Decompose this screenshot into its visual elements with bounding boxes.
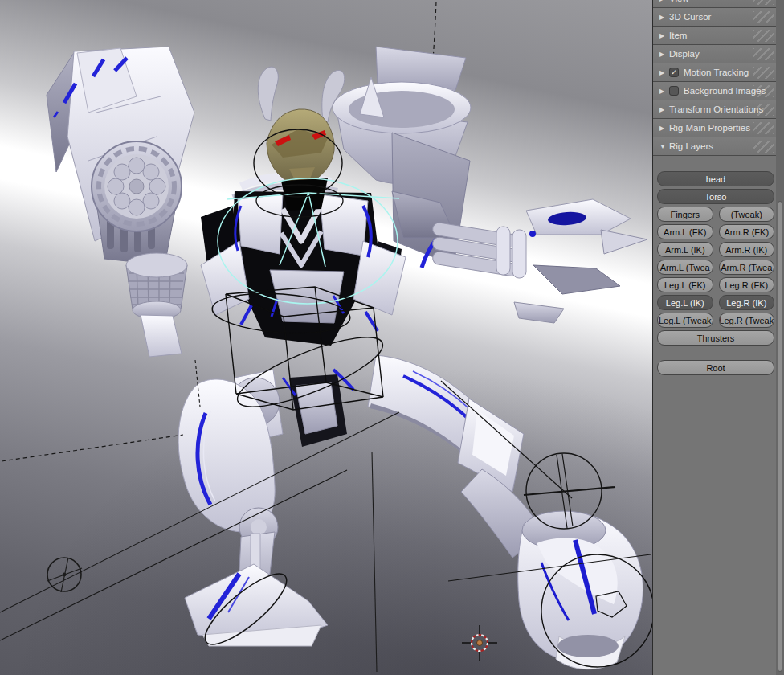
- panel-header-motion-tracking[interactable]: ▶ ✓ Motion Tracking: [653, 63, 777, 82]
- rig-layer-button-arm-r-tweak[interactable]: Arm.R (Twea: [719, 260, 775, 275]
- panel-header-background-images[interactable]: ▶ Background Images: [653, 82, 777, 100]
- disclosure-triangle-icon: ▶: [659, 88, 669, 95]
- panel-label: Item: [669, 31, 687, 40]
- panel-header-display[interactable]: ▶ Display: [653, 45, 777, 63]
- properties-sidebar: ▶ View ▶ 3D Cursor ▶ Item ▶ Display ▶: [652, 0, 784, 675]
- mech-scene: [0, 0, 652, 675]
- rig-layer-button-head[interactable]: head: [657, 171, 774, 186]
- rig-layer-button-fingers[interactable]: Fingers: [657, 207, 713, 222]
- right-arm-claw: [392, 191, 647, 323]
- rig-layer-button-root[interactable]: Root: [657, 360, 774, 375]
- disclosure-triangle-icon: ▶: [659, 125, 669, 132]
- panel-drag-grip-icon[interactable]: [753, 48, 774, 60]
- panel-drag-grip-icon[interactable]: [753, 67, 774, 79]
- panel-list: ▶ View ▶ 3D Cursor ▶ Item ▶ Display ▶: [653, 0, 784, 156]
- panel-header-item[interactable]: ▶ Item: [653, 27, 777, 45]
- panel-header-rig-main-properties[interactable]: ▶ Rig Main Properties: [653, 119, 777, 137]
- rig-layer-button-arm-l-fk[interactable]: Arm.L (FK): [657, 224, 713, 239]
- disclosure-triangle-icon: ▶: [659, 51, 669, 58]
- left-shoulder-gatling: [47, 47, 194, 357]
- disclosure-triangle-icon: ▶: [659, 32, 669, 39]
- rig-layer-button-leg-l-tweak[interactable]: Leg.L (Tweak: [657, 313, 713, 328]
- panel-header-3d-cursor[interactable]: ▶ 3D Cursor: [653, 8, 777, 27]
- rig-layer-button-leg-r-ik[interactable]: Leg.R (IK): [719, 295, 775, 310]
- rig-layer-button-leg-l-ik[interactable]: Leg.L (IK): [657, 295, 713, 310]
- 3d-cursor[interactable]: [462, 625, 497, 661]
- rig-layer-button-arm-r-fk[interactable]: Arm.R (FK): [719, 224, 775, 239]
- panel-drag-grip-icon[interactable]: [753, 85, 774, 97]
- disclosure-triangle-icon: ▼: [659, 143, 669, 150]
- disclosure-triangle-icon: ▶: [659, 14, 669, 21]
- rig-layer-button-tweak[interactable]: (Tweak): [719, 207, 775, 222]
- panel-drag-grip-icon[interactable]: [753, 11, 774, 23]
- rig-layer-button-arm-r-ik[interactable]: Arm.R (IK): [719, 242, 775, 257]
- disclosure-triangle-icon: ▶: [659, 0, 669, 2]
- panel-label: Transform Orientations: [669, 104, 763, 114]
- rig-layer-button-arm-l-tweak[interactable]: Arm.L (Twea: [657, 260, 713, 275]
- panel-label: Display: [669, 49, 700, 59]
- 3d-viewport[interactable]: [0, 0, 652, 675]
- disclosure-triangle-icon: ▶: [659, 69, 669, 76]
- panel-label: Rig Main Properties: [669, 123, 750, 133]
- panel-drag-grip-icon[interactable]: [753, 0, 774, 5]
- rig-layer-button-arm-l-ik[interactable]: Arm.L (IK): [657, 242, 713, 257]
- panel-header-transform-orientations[interactable]: ▶ Transform Orientations: [653, 100, 777, 119]
- background-images-checkbox[interactable]: [669, 86, 679, 96]
- panel-drag-grip-icon[interactable]: [753, 122, 774, 134]
- panel-header-rig-layers[interactable]: ▼ Rig Layers: [653, 137, 777, 156]
- ik-target-widget[interactable]: [47, 558, 82, 592]
- panel-label: 3D Cursor: [669, 12, 711, 22]
- disclosure-triangle-icon: ▶: [659, 106, 669, 113]
- right-leg: [368, 355, 643, 669]
- rig-layer-button-leg-r-tweak[interactable]: Leg.R (Tweak: [719, 313, 775, 328]
- panel-header-view[interactable]: ▶ View: [653, 0, 777, 8]
- panel-drag-grip-icon[interactable]: [753, 30, 774, 42]
- sidebar-scrollbar-handle[interactable]: [778, 201, 782, 672]
- panel-label: Rig Layers: [669, 141, 713, 151]
- panel-drag-grip-icon[interactable]: [753, 141, 774, 153]
- panel-drag-grip-icon[interactable]: [753, 104, 774, 116]
- blender-window: ▶ View ▶ 3D Cursor ▶ Item ▶ Display ▶: [0, 0, 784, 675]
- rig-layer-button-torso[interactable]: Torso: [657, 189, 774, 204]
- rig-layer-button-leg-l-fk[interactable]: Leg.L (FK): [657, 277, 713, 292]
- rig-layer-button-thrusters[interactable]: Thrusters: [657, 330, 774, 346]
- rig-layers-panel-body: head Torso Fingers (Tweak) Arm.L (FK) Ar…: [653, 163, 777, 378]
- sidebar-scrollbar[interactable]: [776, 0, 784, 675]
- rig-layer-button-leg-r-fk[interactable]: Leg.R (FK): [719, 277, 775, 292]
- panel-label: Motion Tracking: [684, 68, 749, 77]
- mech-mesh: [47, 47, 647, 669]
- panel-label: View: [669, 0, 689, 3]
- motion-tracking-checkbox[interactable]: ✓: [669, 68, 679, 77]
